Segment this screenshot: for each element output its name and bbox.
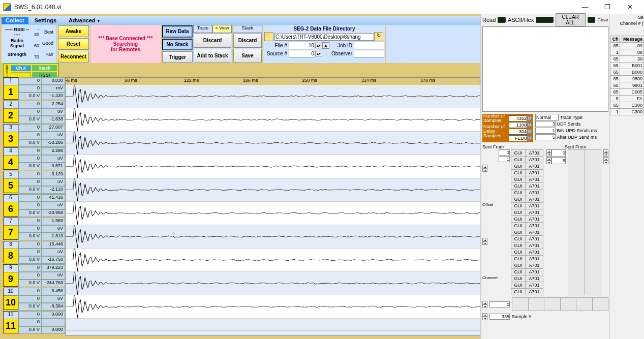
no-stack-button[interactable]: No Stack (162, 39, 193, 51)
empty-table (568, 149, 601, 295)
locate-box: Locate Ch #Stack ID #RSSI Volts (3, 63, 59, 78)
discard-button-2[interactable]: Discard (233, 34, 262, 48)
ascii-led (536, 17, 553, 23)
sample-bottom: ▴▾ (481, 296, 609, 312)
channel-row: 99 0379.223 0nV 0.0 V-244.763 (3, 264, 65, 288)
samples-box: Number of Samples D H Number of Delay Sa… (482, 114, 608, 142)
num-samples-hex[interactable] (509, 122, 527, 128)
right-pane: Read ASCII/Hex CLEAR ALL Clear Number of… (480, 14, 644, 339)
menu-settings[interactable]: Settings (28, 17, 63, 23)
read-led (498, 17, 506, 23)
clear-led (588, 17, 596, 23)
trace-type-value[interactable]: Normal (535, 114, 559, 121)
ascii-hex-label: ASCII/Hex (508, 17, 534, 23)
clear-label: Clear (597, 17, 608, 22)
channel-row: 33 027.007 0uV 0.0 V-30.286 (3, 124, 65, 147)
window-title: SWS_6.01.048.vi (14, 4, 574, 11)
channel-row: 88 015.446 0uV 0.0 V-16.758 (3, 241, 65, 264)
trace-panel: Trace < View Discard Add to Stack (193, 25, 233, 63)
clear-all-button[interactable]: CLEAR ALL (556, 13, 586, 26)
udp-sends-input[interactable] (535, 121, 556, 127)
reconnect-button[interactable]: Reconnect (58, 51, 89, 63)
channel-row: 66 041.416 0uV 0.0 V-30.958 (3, 194, 65, 218)
gui-table: GUIA701GUIA701GUIA701GUIA701GUIA701GUIA7… (511, 149, 543, 295)
file-step[interactable]: ▲ (322, 42, 329, 49)
rssi-box: ----- RSSI ------- 30Best Radio Signal- … (2, 25, 57, 63)
status-box: *** Base Connected *** Searching for Rem… (90, 25, 162, 63)
add-to-stack-button[interactable]: Add to Stack (194, 49, 231, 63)
stack-panel: Stack Discard Save (233, 25, 263, 63)
sample335-input[interactable] (489, 314, 510, 320)
source-number-input[interactable] (289, 50, 315, 57)
channel-spinner[interactable]: ▴▾ (482, 238, 487, 245)
window-titlebar: SWS_6.01.048.vi — ❐ ✕ (0, 0, 644, 14)
tab-stack[interactable]: Stack (233, 25, 262, 33)
conn-buttons: Awake Reset Reconnect (57, 25, 90, 63)
refresh-button[interactable]: ↻ (374, 32, 383, 41)
maximize-button[interactable]: ❐ (596, 1, 619, 14)
path-input[interactable] (274, 33, 374, 41)
channel-row: 1111 00.000 0 0.0 V0.000 (3, 311, 65, 334)
observer-input[interactable] (354, 50, 384, 57)
bn-udp-input[interactable] (535, 128, 556, 134)
labview-icon (3, 3, 11, 11)
browse-button[interactable]: 📁 (264, 32, 273, 41)
raw-data-button[interactable]: Raw Data (162, 25, 193, 38)
read-label: Read (482, 17, 496, 23)
tab-trace[interactable]: Trace (193, 25, 212, 33)
num-samples-input[interactable] (509, 115, 527, 121)
file-box: SEG-2 Data File Directory 📁 ↻ File # ▴▾ … (263, 25, 385, 63)
close-button[interactable]: ✕ (619, 1, 641, 14)
after-udp-input[interactable] (535, 134, 556, 140)
discard-button-1[interactable]: Discard (194, 34, 231, 48)
channel-row: 11 00.030 0mV 0.0 V-1.420 (3, 77, 65, 101)
channel-row: 44 02.298 0uV 0.0 V-0.571 (3, 147, 65, 171)
num-delay-input[interactable] (509, 129, 527, 135)
channel-column: 11 00.030 0mV 0.0 V-1.420 22 02.254 0uV … (3, 77, 65, 336)
channel-row: 55 03.129 0uV 0.0 V-2.118 (3, 171, 65, 194)
save-button[interactable]: Save (233, 49, 262, 63)
sample0-input[interactable] (489, 301, 510, 307)
num-delay-hex[interactable] (509, 135, 527, 141)
source-spin[interactable]: ▴▾ (315, 51, 322, 56)
reset-button[interactable]: Reset (58, 38, 89, 50)
file-number-input[interactable] (289, 42, 315, 49)
tab-view[interactable]: < View (212, 25, 232, 33)
channel-row: 22 02.254 0uV 0.0 V-1.638 (3, 101, 65, 124)
side-table: Se Channel # ( ChMessage6509109653065B00… (609, 14, 644, 339)
file-spin[interactable]: ▴▾ (315, 43, 322, 48)
offset-input[interactable] (499, 149, 510, 156)
channel-row: 77 01.983 0uV 0.0 V-1.813 (3, 218, 65, 241)
channel-row: 1010 08.456 0uV 0.0 V-8.384 (3, 288, 65, 311)
sent-from-box: Sent FromSent From ▴▾ Offset ▴▾ Channel … (481, 143, 609, 296)
minimize-button[interactable]: — (574, 1, 596, 14)
awake-button[interactable]: Awake (58, 25, 89, 37)
offset-spinner[interactable]: ▴▾ (482, 165, 487, 172)
job-id-input[interactable] (354, 42, 384, 49)
console-output[interactable] (482, 26, 608, 112)
menu-collect[interactable]: Collect (2, 17, 28, 24)
trigger-button[interactable]: Trigger (162, 51, 193, 63)
menu-advanced[interactable]: Advanced (63, 17, 107, 23)
channel-input[interactable] (499, 156, 510, 162)
mode-buttons: Raw Data No Stack Trigger (162, 25, 193, 63)
